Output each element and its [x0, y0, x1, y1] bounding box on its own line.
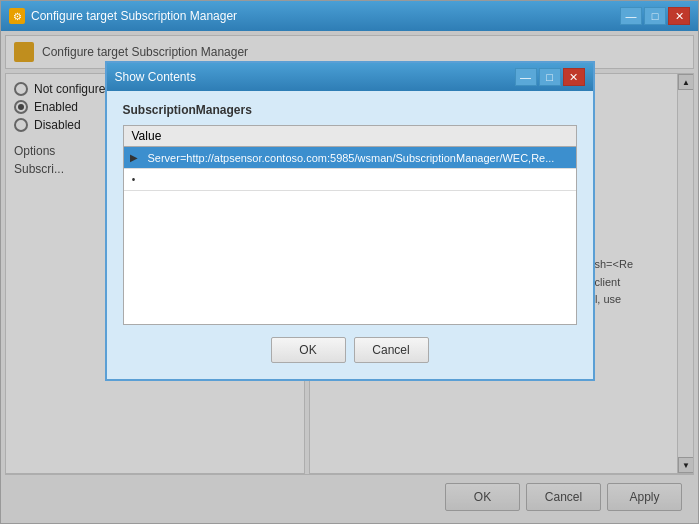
main-content: Configure target Subscription Manager No…: [1, 31, 698, 523]
dialog-table-container: Value ▶ Server=http://atpsensor.contoso.…: [123, 125, 577, 325]
row-arrow-1: ▶: [124, 152, 144, 163]
dialog-close-btn[interactable]: ✕: [563, 68, 585, 86]
row-cell-2: [144, 178, 576, 182]
dialog-actions: OK Cancel: [123, 337, 577, 367]
title-bar: ⚙ Configure target Subscription Manager …: [1, 1, 698, 31]
title-bar-left: ⚙ Configure target Subscription Manager: [9, 8, 237, 24]
row-arrow-2: •: [124, 174, 144, 185]
dialog-ok-btn[interactable]: OK: [271, 337, 346, 363]
dialog-title: Show Contents: [115, 70, 196, 84]
dialog-table-header: Value: [124, 126, 576, 147]
dialog-section-title: SubscriptionManagers: [123, 103, 577, 117]
dialog-restore-btn[interactable]: □: [539, 68, 561, 86]
show-contents-dialog: Show Contents — □ ✕ SubscriptionManagers…: [105, 61, 595, 381]
main-window: ⚙ Configure target Subscription Manager …: [0, 0, 699, 524]
title-buttons: — □ ✕: [620, 7, 690, 25]
dialog-table-row-2[interactable]: •: [124, 169, 576, 191]
dialog-title-btns: — □ ✕: [515, 68, 585, 86]
main-window-title: Configure target Subscription Manager: [31, 9, 237, 23]
dialog-table-row-1[interactable]: ▶ Server=http://atpsensor.contoso.com:59…: [124, 147, 576, 169]
dialog-table-body: ▶ Server=http://atpsensor.contoso.com:59…: [124, 147, 576, 297]
minimize-button[interactable]: —: [620, 7, 642, 25]
dialog-content: SubscriptionManagers Value ▶ Server=http…: [107, 91, 593, 379]
row-cell-1: Server=http://atpsensor.contoso.com:5985…: [144, 150, 576, 166]
app-icon: ⚙: [9, 8, 25, 24]
dialog-title-bar: Show Contents — □ ✕: [107, 63, 593, 91]
dialog-cancel-btn[interactable]: Cancel: [354, 337, 429, 363]
dialog-overlay: Show Contents — □ ✕ SubscriptionManagers…: [1, 31, 698, 523]
maximize-button[interactable]: □: [644, 7, 666, 25]
close-button[interactable]: ✕: [668, 7, 690, 25]
dialog-minimize-btn[interactable]: —: [515, 68, 537, 86]
